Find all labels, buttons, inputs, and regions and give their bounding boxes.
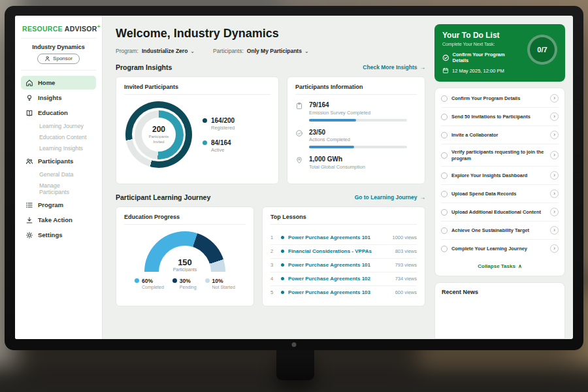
list-icon (25, 201, 33, 209)
task-label: Send 50 Invitations to Participants (451, 114, 546, 120)
todo-due-date: 12 May 2025, 12:00 PM (442, 67, 557, 74)
checkbox-icon[interactable] (441, 246, 448, 252)
lesson-link[interactable]: Power Purchase Agreements 101 (288, 262, 391, 268)
task-row[interactable]: Verify participants requesting to join t… (441, 144, 559, 167)
progress-bar-fill (309, 146, 354, 148)
lesson-views: 793 views (395, 262, 417, 268)
sidebar-item-education-content[interactable]: Education Content (21, 131, 96, 142)
sidebar-item-label: Education (38, 109, 68, 116)
task-row[interactable]: Explore Your Insights Dashboard › (441, 167, 559, 185)
lesson-views: 600 views (395, 289, 417, 295)
task-row[interactable]: Complete Your Learning Journey › (441, 240, 559, 257)
recent-news-title: Recent News (442, 289, 478, 295)
chevron-right-icon[interactable]: › (550, 171, 559, 180)
invited-donut-chart: 200 Participants Invited (125, 101, 192, 168)
task-label: Complete Your Learning Journey (451, 246, 546, 252)
sidebar-item-program[interactable]: Program (21, 198, 96, 212)
legend-dot (172, 278, 177, 283)
calendar-icon (442, 67, 449, 74)
lesson-link[interactable]: Financial Considerations - VPPAs (288, 248, 391, 254)
sidebar-item-settings[interactable]: Settings (21, 228, 96, 242)
gauge-center-value: 150 (144, 257, 225, 267)
legend-pct: 30% (180, 278, 191, 284)
checkbox-icon[interactable] (441, 152, 448, 159)
lesson-views: 1000 views (392, 235, 417, 240)
lesson-link[interactable]: Power Purchase Agreements 103 (288, 289, 391, 295)
lesson-rank: 1 (270, 235, 277, 240)
invited-participants-card: Invited Participants 200 Participants In… (116, 76, 279, 184)
arrow-right-icon: → (420, 64, 426, 71)
chevron-right-icon[interactable]: › (550, 226, 559, 235)
download-icon (25, 216, 33, 224)
checkbox-icon[interactable] (441, 132, 448, 139)
sidebar-item-manage-participants[interactable]: Manage Participants (21, 180, 96, 197)
stat-value: 1,000 GWh (309, 155, 365, 163)
program-filter-label: Program: (116, 48, 139, 54)
chevron-right-icon[interactable]: › (550, 112, 559, 121)
logo-text-primary: RESOURCE (22, 25, 63, 33)
chevron-right-icon[interactable]: › (550, 208, 559, 216)
sidebar-item-participants[interactable]: Participants (21, 154, 96, 168)
check-more-insights-link[interactable]: Check More Insights → (363, 64, 425, 71)
org-name: Industry Dynamics (21, 44, 96, 50)
sponsor-badge[interactable]: Sponsor (37, 54, 80, 64)
task-row[interactable]: Invite a Collaborator › (441, 126, 559, 144)
chevron-right-icon[interactable]: › (550, 131, 559, 139)
checkbox-icon[interactable] (441, 191, 448, 197)
sidebar-item-take-action[interactable]: Take Action (21, 213, 96, 227)
sidebar-item-label: Insights (38, 94, 61, 101)
todo-due-label: 12 May 2025, 12:00 PM (452, 68, 504, 74)
task-row[interactable]: Achieve One Sustainability Target › (441, 221, 559, 240)
legend-dot (205, 278, 210, 283)
gauge-legend: 60% Completed 30% Pending 10% Not Starte… (135, 278, 235, 289)
task-row[interactable]: Upload Additional Educational Content › (441, 203, 559, 221)
gauge-center-label: Participants (144, 267, 225, 272)
task-label: Achieve One Sustainability Target (451, 227, 546, 234)
sidebar-item-general-data[interactable]: General Data (21, 169, 96, 180)
sidebar-item-insights[interactable]: Insights (21, 91, 96, 105)
link-label: Check More Insights (363, 64, 417, 71)
legend-item-not-started: 10% Not Started (205, 278, 235, 289)
lesson-link[interactable]: Power Purchase Agreements 101 (288, 235, 388, 240)
task-label: Upload Spend Data Records (451, 191, 546, 197)
lesson-link[interactable]: Power Purchase Agreements 102 (288, 276, 391, 282)
program-filter[interactable]: Program: Industrialize Zero ⌄ (116, 48, 195, 54)
card-title: Education Progress (124, 214, 246, 225)
legend-label: Active (211, 147, 231, 153)
task-label: Confirm Your Program Details (451, 95, 546, 102)
legend-item-pending: 30% Pending (172, 278, 197, 289)
collapse-tasks-button[interactable]: Collapse Tasks ∧ (441, 257, 559, 274)
sidebar-item-education[interactable]: Education (21, 106, 96, 120)
card-title: Top Lessons (270, 214, 417, 225)
gear-icon (25, 231, 33, 239)
lightbulb-icon (25, 94, 33, 102)
checkbox-icon[interactable] (441, 114, 448, 120)
bullet-icon (281, 277, 284, 280)
section-title: Program Insights (116, 63, 172, 71)
lesson-views: 734 views (395, 276, 417, 282)
task-row[interactable]: Send 50 Invitations to Participants › (441, 108, 559, 126)
chevron-right-icon[interactable]: › (550, 151, 559, 159)
checkbox-icon[interactable] (441, 209, 448, 216)
sidebar-item-home[interactable]: Home (21, 76, 96, 90)
participants-filter[interactable]: Participants: Only My Participants ⌄ (213, 48, 309, 54)
sidebar-item-learning-journey[interactable]: Learning Journey (21, 120, 96, 131)
checkbox-icon[interactable] (441, 95, 448, 102)
sidebar-item-learning-insights[interactable]: Learning Insights (21, 142, 96, 154)
task-row[interactable]: Confirm Your Program Details › (441, 90, 559, 108)
legend-pct: 60% (142, 278, 153, 284)
legend-value: 164/200 (211, 117, 235, 124)
checkbox-icon[interactable] (441, 172, 448, 179)
chevron-right-icon[interactable]: › (550, 94, 559, 103)
todo-column: Your To Do List Complete Your Next Task:… (434, 16, 573, 339)
bullet-icon (281, 291, 284, 294)
invited-legend: 164/200 Registered 84/164 Active (203, 117, 235, 153)
chevron-right-icon[interactable]: › (550, 244, 559, 253)
checkbox-icon[interactable] (441, 227, 448, 234)
task-row[interactable]: Upload Spend Data Records › (441, 185, 559, 203)
progress-bar (309, 119, 407, 122)
chevron-down-icon: ⌄ (304, 48, 309, 54)
go-to-learning-journey-link[interactable]: Go to Learning Journey → (355, 194, 425, 201)
chevron-right-icon[interactable]: › (550, 189, 559, 198)
todo-next-task[interactable]: Confirm Your Program Details (442, 52, 519, 63)
